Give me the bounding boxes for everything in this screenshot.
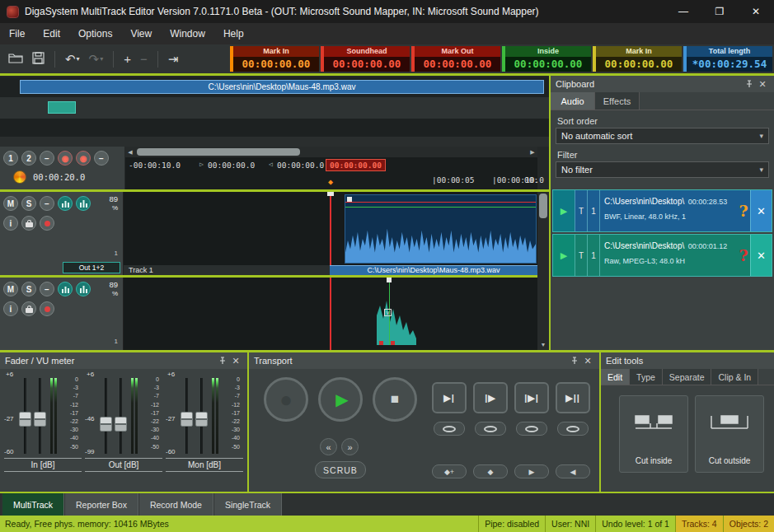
fader-knob[interactable] — [34, 412, 46, 427]
tab-reporter-box[interactable]: Reporter Box — [64, 493, 138, 516]
overview-track-strip-2[interactable] — [0, 119, 549, 137]
zoom-out-button[interactable]: − — [40, 151, 54, 166]
undo-button[interactable]: ↶ ▾ — [63, 50, 82, 68]
track-2-lane[interactable]: v — [124, 278, 537, 350]
tab-type[interactable]: Type — [630, 369, 663, 385]
mute-button[interactable]: M — [3, 282, 18, 296]
open-button[interactable] — [7, 50, 25, 68]
output-routing-button[interactable]: Out 1+2 — [63, 262, 120, 273]
loop-button[interactable] — [557, 422, 589, 436]
zoom-preset-1-button[interactable]: 1 — [3, 151, 18, 166]
fade-marker[interactable] — [391, 341, 395, 345]
time-ruler[interactable]: -00:00:10.0 ▷ 00:00:00.0 ◁ 00:00:00.0 00… — [125, 157, 537, 189]
record-arm-button[interactable] — [40, 301, 54, 316]
zoom-reset-button[interactable]: − — [94, 151, 109, 166]
marker-box[interactable]: v — [384, 309, 392, 316]
menu-view[interactable]: View — [121, 25, 161, 43]
next-marker-button[interactable]: ▶ — [514, 464, 549, 478]
mute-button[interactable]: M — [3, 196, 18, 211]
collapse-button[interactable]: − — [40, 282, 54, 296]
remove-button[interactable]: − — [138, 50, 149, 68]
tab-separate[interactable]: Separate — [663, 369, 712, 385]
scroll-right-icon[interactable]: ▶ — [528, 147, 537, 157]
cut-inside-button[interactable]: Cut inside — [619, 395, 688, 473]
cut-outside-button[interactable]: Cut outside — [695, 395, 764, 473]
menu-file[interactable]: File — [0, 25, 34, 43]
loop-button[interactable] — [516, 422, 547, 436]
pin-icon[interactable] — [743, 77, 756, 91]
skip-forward-button[interactable]: » — [341, 438, 359, 455]
fade-marker[interactable] — [379, 341, 383, 345]
tab-effects[interactable]: Effects — [595, 92, 640, 110]
loop-button[interactable] — [475, 422, 506, 436]
fader-knob[interactable] — [19, 412, 31, 427]
play-selection-button[interactable]: |▶| — [514, 382, 549, 413]
play-icon[interactable]: ▶ — [553, 190, 575, 231]
scroll-left-icon[interactable]: ◀ — [125, 147, 135, 157]
stop-button[interactable]: ■ — [373, 377, 417, 422]
clip-handle[interactable] — [347, 197, 352, 202]
save-button[interactable] — [30, 50, 46, 68]
add-marker-button[interactable]: ◆+ — [432, 464, 467, 478]
maximize-button[interactable]: ❐ — [701, 0, 738, 23]
horizontal-scroll-thumb[interactable] — [137, 148, 300, 156]
track-name[interactable]: Track 1 — [124, 265, 330, 275]
solo-button[interactable]: S — [21, 196, 36, 211]
play-button[interactable]: ▶ — [318, 377, 363, 422]
fader-knob[interactable] — [195, 412, 208, 427]
fader-knob[interactable] — [100, 417, 112, 432]
scrub-button[interactable]: SCRUB — [315, 461, 366, 478]
pin-icon[interactable] — [568, 354, 581, 367]
fader-knob[interactable] — [181, 412, 193, 427]
meter-button[interactable] — [58, 282, 73, 296]
playhead-handle[interactable] — [327, 192, 334, 196]
tab-edit[interactable]: Edit — [601, 369, 630, 385]
minimize-button[interactable]: — — [665, 0, 701, 23]
remove-item-button[interactable]: ✕ — [750, 235, 772, 276]
vertical-scroll-thumb[interactable] — [539, 194, 547, 218]
play-pause-button[interactable]: ▶|| — [556, 382, 590, 413]
lock-button[interactable] — [21, 216, 36, 231]
play-to-mark-button[interactable]: ▶| — [432, 382, 467, 413]
remove-item-button[interactable]: ✕ — [750, 190, 772, 231]
tab-record-mode[interactable]: Record Mode — [138, 493, 213, 516]
close-icon[interactable]: ✕ — [756, 77, 769, 91]
overview-object-bar[interactable]: C:\Users\nin\Desktop\Maus-48.mp3.wav — [20, 80, 544, 94]
filter-select[interactable]: No filter ▾ — [556, 161, 769, 178]
pin-icon[interactable] — [216, 354, 229, 367]
tab-clip-in[interactable]: Clip & In — [711, 369, 758, 385]
lock-button[interactable] — [21, 301, 36, 316]
record-button[interactable]: ● — [264, 377, 308, 422]
track-1-lane[interactable]: Track 1 C:\Users\nin\Desktop\Maus-48.mp3… — [124, 192, 537, 275]
color-wheel-icon[interactable] — [13, 170, 26, 184]
close-icon[interactable]: ✕ — [229, 354, 242, 367]
meter-button[interactable] — [58, 196, 73, 211]
playhead-line[interactable] — [330, 278, 331, 350]
tab-singletrack[interactable]: SingleTrack — [213, 493, 282, 516]
punch-in-button[interactable]: ◉ — [58, 151, 73, 166]
menu-edit[interactable]: Edit — [34, 25, 69, 43]
zoom-preset-2-button[interactable]: 2 — [21, 151, 36, 166]
snap-button[interactable]: ⇥ — [167, 50, 181, 68]
tab-audio[interactable]: Audio — [551, 92, 595, 110]
loop-button[interactable] — [434, 422, 465, 436]
tab-multitrack[interactable]: MultiTrack — [2, 493, 64, 516]
output-button[interactable] — [76, 282, 91, 296]
clip-file-label[interactable]: C:\Users\nin\Desktop\Maus-48.mp3.wav — [330, 265, 537, 275]
play-icon[interactable]: ▶ — [553, 235, 575, 276]
overview-track-strip[interactable] — [0, 97, 549, 119]
playhead-line[interactable] — [330, 192, 331, 275]
menu-help[interactable]: Help — [214, 25, 253, 43]
play-from-mark-button[interactable]: |▶ — [473, 382, 508, 413]
menu-window[interactable]: Window — [161, 25, 214, 43]
skip-back-button[interactable]: « — [320, 438, 337, 455]
vertical-scrollbar[interactable]: ▼ — [537, 192, 549, 350]
horizontal-scrollbar[interactable]: ◀ ▶ — [125, 147, 537, 157]
clip-handle[interactable] — [387, 278, 392, 282]
info-button[interactable]: i — [3, 216, 18, 231]
solo-button[interactable]: S — [21, 282, 36, 296]
add-button[interactable]: + — [122, 50, 133, 68]
clipboard-item[interactable]: ▶ T 1 C:\Users\nin\Desktop\ 00:00:01.12 … — [552, 234, 772, 277]
close-button[interactable]: ✕ — [738, 0, 774, 23]
record-arm-button[interactable] — [40, 216, 54, 231]
